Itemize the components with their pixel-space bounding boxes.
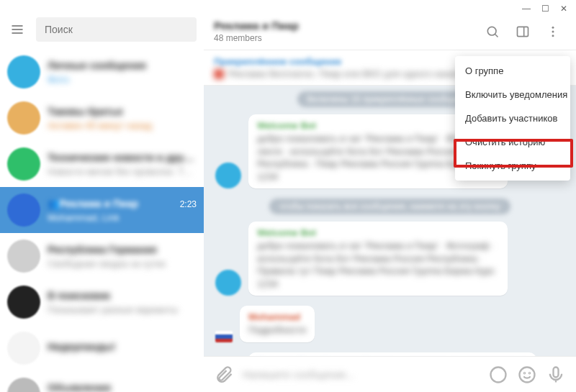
dropdown-item[interactable]: О группе	[455, 59, 570, 83]
more-menu-button[interactable]	[540, 19, 566, 45]
chat-avatar	[7, 101, 40, 135]
svg-point-8	[552, 30, 554, 32]
chat-list-item[interactable]: В поисковик Показывает разные варианты	[0, 279, 204, 325]
chat-meta: 👥Реклама и Пиар 2:23 Mohammad, Link	[48, 198, 197, 223]
chat-name: В поисковик	[48, 290, 110, 301]
dropdown-item[interactable]: Включить уведомления	[455, 83, 570, 106]
message-text: добро пожаловать в чат 'Реклама и Пиар' …	[257, 240, 499, 290]
chat-list-item[interactable]: Таковы братья Активен 45 минут назад	[0, 95, 204, 141]
voice-button[interactable]	[546, 365, 566, 385]
sticker-button[interactable]	[488, 365, 508, 385]
search-icon	[485, 24, 500, 39]
svg-point-13	[529, 373, 530, 373]
message-bubble[interactable]: Правила Пиар Реклама Россия — улучшить в…	[248, 352, 536, 356]
chat-avatar	[7, 240, 40, 273]
message-avatar[interactable]	[215, 163, 241, 188]
mic-icon	[546, 365, 566, 385]
chat-meta: Таковы братья Активен 45 минут назад	[48, 106, 197, 131]
chat-list-item[interactable]: Республика Германия Свободная сводка за …	[0, 233, 204, 279]
app-root: Личные сообщения Фото Таковы братья Акти…	[0, 0, 576, 392]
search-box[interactable]	[36, 17, 197, 42]
dropdown-item[interactable]: Очистить историю	[455, 130, 570, 154]
chat-meta: Личные сообщения Фото	[48, 60, 197, 85]
service-chip: чтобы показать все сообщения, нажмите на…	[269, 199, 510, 214]
chat-list-item[interactable]: Личные сообщения Фото	[0, 49, 204, 95]
chat-name: Объявления	[48, 382, 111, 393]
composer-input[interactable]: Напишите сообщение...	[243, 369, 480, 380]
chat-title: Реклама и Пиар	[214, 19, 474, 32]
sidepanel-icon	[516, 24, 530, 39]
chat-meta: Технические новости и другое Новости миг…	[48, 152, 197, 177]
message-sender: Welcome Bot	[257, 227, 499, 238]
chat-preview: Активен 45 минут назад	[48, 120, 197, 131]
search-in-chat-button[interactable]	[480, 19, 505, 45]
attach-button[interactable]	[214, 365, 234, 385]
sidepanel-button[interactable]	[510, 19, 536, 45]
chat-name: Нидерланды!	[48, 341, 115, 352]
chat-header: Реклама и Пиар 48 members	[204, 13, 576, 50]
search-input[interactable]	[45, 24, 188, 35]
chat-name: 👥Реклама и Пиар	[48, 198, 138, 209]
hamburger-icon	[10, 22, 24, 37]
chat-name: Технические новости и другое	[48, 152, 197, 163]
left-column: Личные сообщения Фото Таковы братья Акти…	[0, 13, 204, 392]
chat-subtitle: 48 members	[214, 33, 474, 43]
chat-meta: Объявления Внимание друзья	[48, 382, 197, 393]
chat-list-item[interactable]: 👥Реклама и Пиар 2:23 Mohammad, Link	[0, 187, 204, 233]
svg-point-3	[487, 27, 496, 35]
chat-meta: В поисковик Показывает разные варианты	[48, 290, 197, 315]
chat-avatar	[7, 193, 40, 227]
dropdown-item[interactable]: Покинуть группу	[455, 154, 570, 178]
chat-preview: Новости мигом без проволок. Толь...	[48, 166, 197, 177]
message-block: Mohammad Подробности	[215, 306, 564, 342]
chat-avatar	[7, 332, 40, 365]
chat-preview: Свободная сводка за сутки	[48, 258, 197, 269]
chat-avatar	[7, 286, 40, 319]
sticker-icon	[488, 365, 508, 385]
message-block: Welcome Bot добро пожаловать в чат 'Рекл…	[215, 222, 564, 296]
message-block: Правила Пиар Реклама Россия — улучшить в…	[215, 352, 564, 356]
svg-point-10	[491, 367, 506, 382]
svg-point-7	[552, 26, 554, 28]
right-column: Реклама и Пиар 48 members Прикреплённое …	[204, 13, 576, 392]
emoji-button[interactable]	[517, 365, 537, 385]
chat-time: 2:23	[180, 199, 197, 209]
dropdown-item[interactable]: Добавить участников	[455, 106, 570, 130]
chat-list[interactable]: Личные сообщения Фото Таковы братья Акти…	[0, 49, 204, 392]
chat-list-item[interactable]: Объявления Внимание друзья	[0, 371, 204, 392]
chat-preview: Фото	[48, 74, 197, 85]
left-header	[0, 13, 204, 49]
message-avatar-flag[interactable]	[215, 331, 233, 342]
chat-meta: Республика Германия Свободная сводка за …	[48, 244, 197, 269]
pinned-emoji-icon	[214, 69, 224, 79]
message-text: Подробности	[248, 324, 306, 337]
chat-name: Республика Германия	[48, 244, 157, 255]
chat-name: Таковы братья	[48, 106, 122, 117]
window-maximize-button[interactable]: ☐	[539, 3, 552, 14]
message-avatar[interactable]	[215, 270, 241, 296]
chat-header-titles[interactable]: Реклама и Пиар 48 members	[214, 19, 474, 43]
smile-icon	[517, 365, 537, 385]
svg-point-11	[520, 367, 535, 382]
message-bubble[interactable]: Mohammad Подробности	[240, 306, 315, 342]
window-close-button[interactable]: ✕	[557, 3, 570, 14]
svg-point-12	[524, 373, 525, 373]
chat-preview: Mohammad, Link	[48, 212, 197, 223]
chat-name: Личные сообщения	[48, 60, 146, 71]
window-minimize-button[interactable]: —	[520, 3, 533, 14]
header-actions	[480, 19, 566, 45]
chat-list-item[interactable]: Нидерланды!	[0, 325, 204, 371]
chat-list-item[interactable]: Технические новости и другое Новости миг…	[0, 141, 204, 187]
service-chip-row: чтобы показать все сообщения, нажмите на…	[215, 199, 564, 214]
hamburger-menu-button[interactable]	[6, 18, 29, 41]
message-bubble[interactable]: Welcome Bot добро пожаловать в чат 'Рекл…	[248, 222, 508, 296]
chat-avatar	[7, 55, 40, 88]
chat-meta: Нидерланды!	[48, 341, 197, 355]
paperclip-icon	[214, 365, 234, 385]
chat-options-dropdown: О группеВключить уведомленияДобавить уча…	[455, 56, 570, 181]
svg-point-9	[552, 35, 554, 37]
chat-avatar	[7, 378, 40, 392]
svg-rect-14	[554, 367, 559, 377]
chat-preview: Показывает разные варианты	[48, 304, 197, 315]
message-sender: Mohammad	[248, 311, 306, 322]
